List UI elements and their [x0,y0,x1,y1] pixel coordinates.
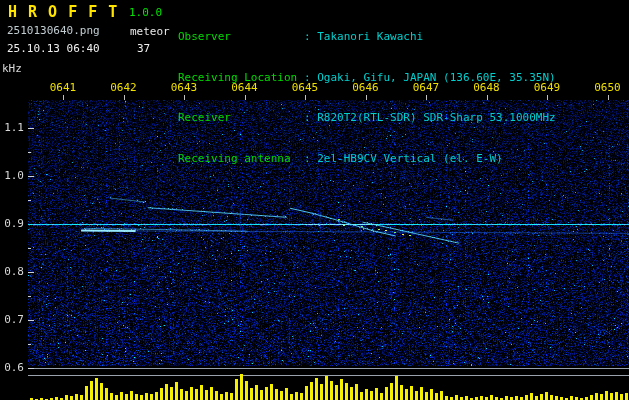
app-title: H R O F F T [8,3,118,21]
echo-count: 37 [137,42,150,55]
info-row-receiver: ReceiverR820T2(RTL-SDR) SDR-Sharp 53.100… [178,111,556,125]
station-info: ObserverTakanori Kawachi Receiving Locat… [178,3,556,192]
y-axis-unit-label: kHz [2,62,22,75]
output-filename: 2510130640.png [7,24,100,37]
info-label-observer: Observer [178,30,304,44]
info-row-location: Receiving LocationOgaki, Gifu, JAPAN (13… [178,71,556,85]
observation-datetime: 25.10.13 06:40 [7,42,100,55]
info-label-antenna: Receiving antenna [178,152,304,166]
observation-mode-label: meteor [130,25,170,38]
info-value-observer: Takanori Kawachi [304,30,423,43]
info-value-location: Ogaki, Gifu, JAPAN (136.60E, 35.35N) [304,71,556,84]
info-value-receiver: R820T2(RTL-SDR) SDR-Sharp 53.1000MHz [304,111,556,124]
info-label-location: Receiving Location [178,71,304,85]
info-value-antenna: 2el-HB9CV Vertical (el. E-W) [304,152,503,165]
hrofft-screen: H R O F F T 1.0.0 2510130640.png meteor … [0,0,629,400]
app-version: 1.0.0 [129,6,162,19]
info-label-receiver: Receiver [178,111,304,125]
info-row-observer: ObserverTakanori Kawachi [178,30,556,44]
info-row-antenna: Receiving antenna2el-HB9CV Vertical (el.… [178,152,556,166]
